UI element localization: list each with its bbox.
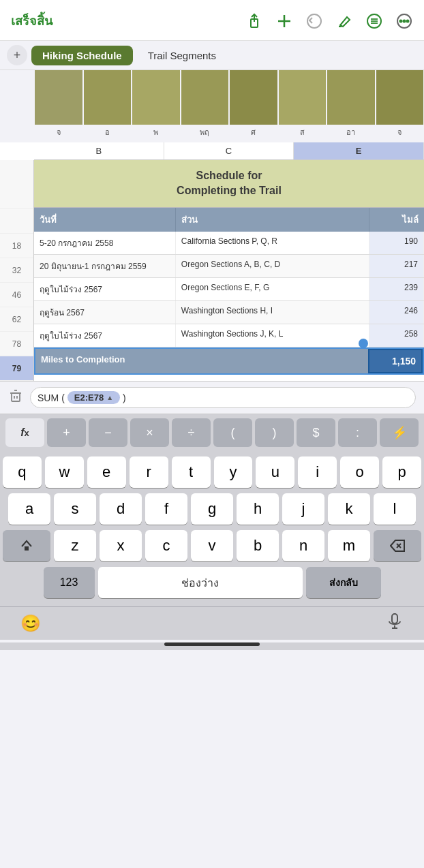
key-a[interactable]: a [8,493,50,525]
add-sheet-button[interactable]: + [7,45,27,65]
key-x[interactable]: x [100,530,142,561]
bottom-bar: 😊 [0,606,424,640]
formula-range[interactable]: E2:E78 ▲ [67,391,120,404]
key-d[interactable]: d [100,493,142,525]
keyboard-row-1: q w e r t y u i o p [3,456,421,488]
paint-icon[interactable] [335,12,353,30]
formula-pill[interactable]: SUM ( E2:E78 ▲ ) [30,387,416,408]
cal-day-4: พฤ [181,126,230,138]
menu-icon[interactable] [365,12,383,30]
col-header-c[interactable]: C [164,142,294,159]
key-g[interactable]: g [191,493,233,525]
cal-day-7: อา [327,126,376,138]
svg-rect-21 [392,614,397,623]
key-u[interactable]: u [256,456,294,488]
more-icon[interactable] [395,12,413,30]
cell-date-0: 5-20 กรกฎาคม 2558 [34,232,176,254]
cal-col-7 [327,70,375,125]
key-m[interactable]: m [328,530,370,561]
table-container: 18 32 46 62 78 79 Schedule for Completin… [0,160,424,381]
row-num-title [0,160,33,209]
key-q[interactable]: q [3,456,42,488]
cell-section-1: Oregon Sections A, B, C, D [176,255,369,277]
return-key[interactable]: ส่งกลับ [306,567,381,598]
key-s[interactable]: s [54,493,96,525]
key-n[interactable]: n [282,530,324,561]
key-p[interactable]: p [382,456,421,488]
header-miles: ไมล์ [369,208,424,232]
plus-key[interactable]: + [47,418,86,447]
divide-key[interactable]: ÷ [172,418,211,447]
shift-key[interactable] [3,530,50,561]
cell-miles-4: 258 [369,324,424,347]
row-numbers: 18 32 46 62 78 79 [0,160,34,381]
table-row[interactable]: ฤดูใบไม้ร่วง 2567 Washington Sections J,… [34,324,424,347]
table-row[interactable]: 20 มิถุนายน-1 กรกฎาคม 2559 Oregon Sectio… [34,255,424,278]
cal-col-5 [230,70,277,125]
close-paren-key[interactable]: ) [255,418,294,447]
key-o[interactable]: o [340,456,379,488]
cell-miles-3: 246 [369,301,424,324]
lightning-key[interactable]: ⚡ [380,418,419,447]
keyboard-row-3: z x c v b n m [3,530,421,561]
table-row[interactable]: ฤดูร้อน 2567 Washington Sections H, I 24… [34,301,424,324]
share-icon[interactable] [245,12,263,30]
cell-miles-2: 239 [369,278,424,300]
key-c[interactable]: c [145,530,187,561]
row-num-78: 78 [0,332,33,356]
col-header-b[interactable]: B [34,142,164,159]
formula-func: SUM [37,392,59,403]
key-h[interactable]: h [237,493,279,525]
key-k[interactable]: k [328,493,370,525]
cal-col-6 [279,70,327,125]
key-t[interactable]: t [172,456,211,488]
mic-button[interactable] [386,613,404,634]
drag-handle[interactable] [359,339,368,348]
keyboard: q w e r t y u i o p a s d f g h j k l z … [0,451,424,606]
key-b[interactable]: b [237,530,279,561]
key-v[interactable]: v [191,530,233,561]
col-header-e[interactable]: E [294,142,424,159]
cal-day-1: จ [34,126,83,138]
space-key[interactable]: ช่องว่าง [98,567,303,598]
header-section: ส่วน [176,208,369,232]
cell-date-3: ฤดูร้อน 2567 [34,301,176,324]
cell-date-4: ฤดูใบไม้ร่วง 2567 [34,324,176,347]
cell-section-0: California Sections P, Q, R [176,232,369,254]
delete-formula-button[interactable] [8,388,23,407]
key-y[interactable]: y [214,456,253,488]
table-row[interactable]: ฤดูใบไม้ร่วง 2567 Oregon Sections E, F, … [34,278,424,301]
done-button[interactable]: เสร็จสิ้น [11,11,52,31]
key-e[interactable]: e [87,456,126,488]
key-j[interactable]: j [282,493,324,525]
backspace-key[interactable] [374,530,421,561]
tab-trail-segments[interactable]: Trail Segments [137,46,227,65]
numbers-key[interactable]: 123 [44,567,95,598]
add-icon[interactable] [275,12,293,30]
key-f[interactable]: f [145,493,187,525]
tab-hiking-schedule[interactable]: Hiking Schedule [31,46,133,65]
table-row[interactable]: 5-20 กรกฎาคม 2558 California Sections P,… [34,232,424,255]
cell-section-2: Oregon Sections E, F, G [176,278,369,300]
total-row[interactable]: Miles to Completion 1,150 [34,347,424,375]
open-paren-key[interactable]: ( [213,418,252,447]
key-w[interactable]: w [45,456,84,488]
cal-col-1 [35,70,82,125]
colon-key[interactable]: : [338,418,377,447]
key-l[interactable]: l [374,493,416,525]
key-i[interactable]: i [298,456,337,488]
top-nav-bar: เสร็จสิ้น [0,0,424,41]
undo-icon[interactable] [305,12,323,30]
cal-day-8: จ [376,126,425,138]
cal-day-5: ศ [229,126,278,138]
key-z[interactable]: z [54,530,96,561]
table-content: Schedule for Completing the Trail วันที่… [34,160,424,381]
row-num-32: 32 [0,258,33,283]
multiply-key[interactable]: × [130,418,169,447]
key-r[interactable]: r [130,456,168,488]
minus-key[interactable]: − [89,418,127,447]
cal-day-6: ส [278,126,327,138]
dollar-key[interactable]: $ [297,418,335,447]
emoji-button[interactable]: 😊 [20,614,41,633]
fx-button[interactable]: fx [5,418,44,447]
